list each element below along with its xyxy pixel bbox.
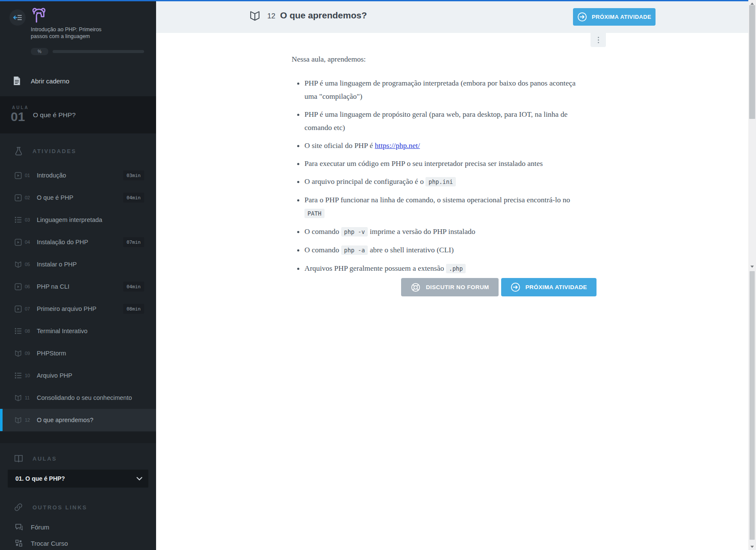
list-activity-icon xyxy=(15,372,22,379)
sidebar-divider xyxy=(0,432,156,443)
activities-section-label: ATIVIDADES xyxy=(32,148,77,154)
scrollbar-thumb-inner[interactable] xyxy=(749,5,755,119)
book-activity-icon xyxy=(15,417,22,424)
other-links-section-header: OUTROS LINKS xyxy=(0,499,156,516)
inline-code: .php xyxy=(446,264,466,273)
activity-number: 04 xyxy=(25,240,33,245)
activity-duration-badge: 07min xyxy=(123,237,144,247)
activity-item-07[interactable]: 07Primeiro arquivo PHP08min xyxy=(0,298,156,320)
activity-label: O que aprendemos? xyxy=(37,417,93,423)
activity-number: 06 xyxy=(25,284,33,289)
progress-bar xyxy=(53,50,144,53)
lesson-actions: DISCUTIR NO FORUM PRÓXIMA ATIVIDADE xyxy=(292,278,597,296)
inline-code: php -a xyxy=(341,245,368,255)
lesson-title: O que é PHP? xyxy=(33,111,76,119)
activity-item-01[interactable]: 01Introdução03min xyxy=(0,164,156,186)
activity-number: 12 xyxy=(267,12,275,21)
activity-number: 02 xyxy=(25,195,33,200)
activity-item-04[interactable]: 04Instalação do PHP07min xyxy=(0,231,156,253)
links-icon xyxy=(14,503,23,512)
activity-label: Introdução xyxy=(37,172,66,179)
activity-label: Terminal Interativo xyxy=(37,328,87,334)
more-options-button[interactable] xyxy=(591,33,606,47)
activities-section-header: ATIVIDADES xyxy=(0,142,156,160)
course-sidebar: Introdução ao PHP: Primeiros passos com … xyxy=(0,0,156,550)
lesson-summary-list: PHP é uma linguagem de programação inter… xyxy=(292,77,582,275)
summary-bullet: O comando php -v imprime a versão do PHP… xyxy=(304,225,582,239)
summary-bullet: PHP é uma linguagem de propósito geral (… xyxy=(304,108,582,134)
course-title: Introdução ao PHP: Primeiros passos com … xyxy=(31,26,101,40)
activity-label: Instalar o PHP xyxy=(37,261,77,268)
video-activity-icon xyxy=(15,194,22,201)
summary-bullet: O arquivo principal de configuração é o … xyxy=(304,175,582,189)
aulas-section-label: AULAS xyxy=(32,455,57,462)
summary-bullet: Para o PHP funcionar na linha de comando… xyxy=(304,193,582,220)
arrow-right-circle-icon xyxy=(577,12,587,22)
scroll-down-arrow[interactable] xyxy=(748,544,756,550)
activity-number: 09 xyxy=(25,351,33,356)
activity-header: 12 O que aprendemos? PRÓXIMA ATIVIDADE xyxy=(156,1,748,33)
book-icon xyxy=(249,11,260,21)
next-activity-button-header[interactable]: PRÓXIMA ATIVIDADE xyxy=(573,8,656,26)
inline-code: PATH xyxy=(304,209,325,218)
collapse-sidebar-icon xyxy=(13,14,22,21)
activity-label: Arquivo PHP xyxy=(37,372,72,379)
activity-number: 07 xyxy=(25,306,33,311)
activity-item-09[interactable]: 09PHPStorm xyxy=(0,342,156,364)
activity-label: Linguagem interpretada xyxy=(37,216,102,223)
activity-item-11[interactable]: 11Consolidando o seu conhecimento xyxy=(0,387,156,409)
chevron-down-icon xyxy=(136,477,142,481)
flask-icon xyxy=(14,147,23,156)
notebook-icon xyxy=(13,77,21,85)
lesson-select-value: 01. O que é PHP? xyxy=(15,475,65,482)
list-activity-icon xyxy=(15,216,22,223)
activity-item-10[interactable]: 10Arquivo PHP xyxy=(0,364,156,387)
activity-number: 12 xyxy=(25,417,33,423)
activity-item-12[interactable]: 12O que aprendemos? xyxy=(0,409,156,431)
activity-number: 08 xyxy=(25,328,33,334)
lesson-intro: Nessa aula, aprendemos: xyxy=(292,55,597,64)
video-activity-icon xyxy=(15,305,22,313)
next-activity-button-footer[interactable]: PRÓXIMA ATIVIDADE xyxy=(501,278,597,296)
lesson-number: 01 xyxy=(11,109,25,124)
kebab-menu-icon xyxy=(598,37,599,38)
collapse-sidebar-button[interactable] xyxy=(9,9,26,26)
page-scrollbar[interactable] xyxy=(748,0,756,550)
activity-number: 05 xyxy=(25,262,33,267)
activity-item-03[interactable]: 03Linguagem interpretada xyxy=(0,209,156,231)
activity-duration-badge: 03min xyxy=(123,171,144,180)
current-lesson-banner[interactable]: AULA 01 O que é PHP? xyxy=(0,96,156,133)
activities-list: 01Introdução03min02O que é PHP04min03Lin… xyxy=(0,164,156,431)
discuss-forum-button[interactable]: DISCUTIR NO FORUM xyxy=(401,278,499,296)
top-accent-line xyxy=(0,0,748,1)
activity-label: Consolidando o seu conhecimento xyxy=(37,394,132,401)
activity-duration-badge: 08min xyxy=(123,304,144,314)
activity-number: 10 xyxy=(25,373,33,378)
arrow-right-circle-icon xyxy=(511,282,520,292)
activity-item-05[interactable]: 05Instalar o PHP xyxy=(0,253,156,275)
activity-item-08[interactable]: 08Terminal Interativo xyxy=(0,320,156,342)
activity-label: Instalação do PHP xyxy=(37,239,88,245)
php-site-link[interactable]: https://php.net/ xyxy=(375,141,420,150)
list-activity-icon xyxy=(15,328,22,334)
scrollbar-thumb-outer[interactable] xyxy=(750,271,755,540)
summary-bullet: Arquivos PHP geralmente possuem a extens… xyxy=(304,262,582,275)
activity-number: 11 xyxy=(25,395,33,400)
scroll-down-arrow-inner[interactable] xyxy=(748,263,756,269)
sidebar-item-trocar-curso[interactable]: Trocar Curso xyxy=(0,535,156,550)
trocar-curso-label: Trocar Curso xyxy=(31,540,68,547)
activity-item-06[interactable]: 06PHP na CLI04min xyxy=(0,275,156,298)
aulas-book-icon xyxy=(14,455,23,463)
video-activity-icon xyxy=(15,239,22,246)
lifebuoy-icon xyxy=(410,282,421,293)
sidebar-item-forum[interactable]: Fórum xyxy=(0,518,156,535)
book-activity-icon xyxy=(15,394,22,402)
activity-label: Primeiro arquivo PHP xyxy=(37,305,96,312)
book-activity-icon xyxy=(15,261,22,268)
lesson-select-dropdown[interactable]: 01. O que é PHP? xyxy=(8,470,148,488)
open-notebook-label: Abrir caderno xyxy=(31,77,69,85)
activity-item-02[interactable]: 02O que é PHP04min xyxy=(0,186,156,209)
php-elephant-logo xyxy=(30,6,48,24)
open-notebook-button[interactable]: Abrir caderno xyxy=(0,71,156,91)
lesson-content: Nessa aula, aprendemos: PHP é uma lingua… xyxy=(292,48,597,280)
